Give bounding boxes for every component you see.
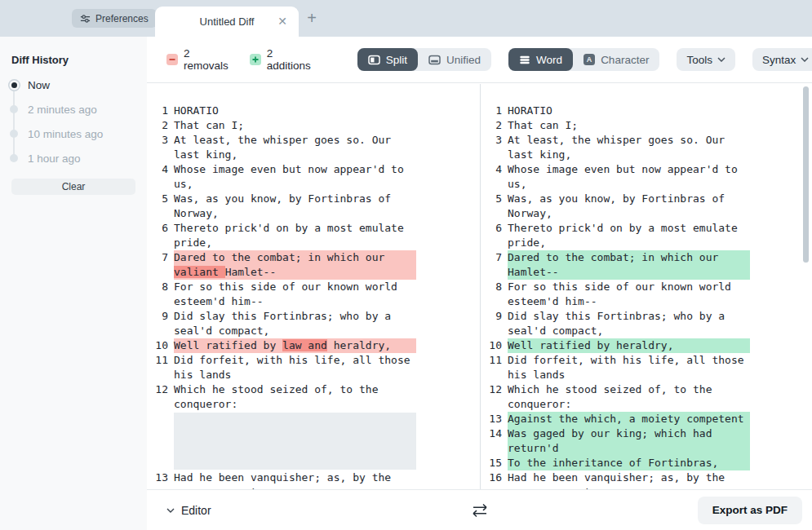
line-text: Whose image even but now appear'd to us, — [174, 162, 416, 192]
line-number: 13 — [481, 412, 508, 426]
export-pdf-button[interactable]: Export as PDF — [698, 497, 802, 524]
diff-line: 6Thereto prick'd on by a most emulate pr… — [147, 221, 480, 250]
diff-line: 7Dared to the combat; in which our valia… — [147, 250, 480, 280]
tab-title: Untitled Diff — [200, 15, 255, 28]
top-bar: Preferences Untitled Diff ✕ + — [0, 0, 812, 37]
character-diff-icon: A — [583, 54, 595, 65]
line-text: Did slay this Fortinbras; who by a seal'… — [174, 309, 416, 338]
preferences-button[interactable]: Preferences — [72, 9, 157, 28]
line-number: 11 — [481, 353, 508, 368]
diff-line: 5Was, as you know, by Fortinbras of Norw… — [147, 192, 480, 221]
removals-stat: 2 removals — [166, 47, 229, 72]
line-number: 1 — [481, 104, 508, 118]
line-number: 3 — [481, 133, 508, 148]
diff-line: 2That can I; — [481, 118, 812, 133]
line-number: 14 — [481, 426, 508, 441]
timeline-dot — [10, 154, 18, 162]
diff-line: 9Did slay this Fortinbras; who by a seal… — [147, 309, 480, 338]
swap-arrows-icon — [468, 503, 492, 518]
preferences-label: Preferences — [95, 13, 149, 24]
diff-line: 10Well ratified by law and heraldry, — [147, 338, 480, 353]
line-text: At least, the whisper goes so. Our last … — [508, 133, 750, 162]
line-number: 4 — [481, 162, 508, 177]
line-text: Which he stood seized of, to the conquer… — [174, 382, 416, 412]
line-number: 13 — [147, 470, 174, 485]
svg-text:A: A — [587, 55, 592, 64]
diff-pane-left[interactable]: 1HORATIO2That can I;3At least, the whisp… — [147, 84, 481, 489]
line-number: 6 — [481, 221, 508, 236]
diff-line: 4Whose image even but now appear'd to us… — [481, 162, 812, 192]
swap-sides-button[interactable] — [468, 503, 492, 518]
editor-toggle-button[interactable]: Editor — [166, 504, 211, 517]
line-text — [174, 412, 416, 470]
line-number: 10 — [147, 338, 174, 353]
line-number: 2 — [147, 118, 174, 133]
diff-toolbar: 2 removals 2 additions Split Unified — [147, 37, 812, 83]
history-item-label: Now — [28, 79, 50, 91]
line-text: Well ratified by law and heraldry, — [174, 338, 416, 353]
close-tab-icon[interactable]: ✕ — [275, 14, 290, 29]
diff-view: 1HORATIO2That can I;3At least, the whisp… — [147, 84, 812, 489]
line-text: Did forfeit, with his life, all those hi… — [174, 353, 416, 382]
view-mode-toggle: Split Unified — [357, 48, 491, 71]
syntax-dropdown[interactable]: Syntax — [752, 48, 812, 71]
history-item-label: 1 hour ago — [28, 152, 81, 165]
history-item-label: 10 minutes ago — [28, 128, 103, 140]
diff-line: 1HORATIO — [481, 104, 812, 118]
line-text: Dared to the combat; in which our valian… — [174, 250, 416, 280]
history-item[interactable]: Now — [0, 73, 147, 97]
diff-granularity-toggle: Word A Character — [508, 48, 659, 71]
chevron-down-icon — [717, 57, 725, 62]
line-number: 12 — [147, 382, 174, 397]
tab-untitled-diff[interactable]: Untitled Diff ✕ — [155, 7, 299, 37]
split-view-button[interactable]: Split — [357, 48, 418, 71]
line-text: HORATIO — [174, 104, 416, 118]
diff-history-title: Diff History — [0, 37, 147, 66]
clear-history-button[interactable]: Clear — [11, 179, 135, 195]
line-text: Had he been vanquisher; as, by the same … — [174, 470, 416, 489]
line-text: Whose image even but now appear'd to us, — [508, 162, 750, 192]
removal-icon — [166, 54, 178, 65]
removals-label: 2 removals — [184, 47, 229, 72]
line-text: Against the which, a moiety competent — [508, 412, 750, 426]
line-text: That can I; — [508, 118, 750, 133]
line-text: Was gaged by our king; which had return'… — [508, 426, 750, 456]
line-text: HORATIO — [508, 104, 750, 118]
line-number: 8 — [481, 280, 508, 294]
scrollbar-thumb[interactable] — [803, 86, 809, 263]
diff-line: 7Dared to the combat; in which our Hamle… — [481, 250, 812, 280]
unified-view-icon — [428, 55, 441, 65]
split-view-icon — [368, 55, 380, 65]
line-text: Well ratified by heraldry, — [508, 338, 750, 353]
line-text: For so this side of our known world este… — [174, 280, 416, 309]
chevron-down-icon — [801, 57, 809, 62]
line-number: 3 — [147, 133, 174, 148]
line-text: Had he been vanquisher; as, by the same … — [508, 470, 750, 489]
line-number: 8 — [147, 280, 174, 294]
word-diff-highlight: valiant — [174, 266, 225, 278]
word-diff-button[interactable]: Word — [508, 48, 573, 71]
timeline-dot — [10, 130, 18, 138]
diff-line: 12Which he stood seized of, to the conqu… — [481, 382, 812, 412]
diff-line: 2That can I; — [147, 118, 480, 133]
diff-placeholder-line — [147, 412, 480, 470]
word-diff-icon — [519, 55, 530, 65]
history-item[interactable]: 1 hour ago — [0, 146, 147, 170]
line-number: 15 — [481, 456, 508, 470]
diff-line: 3At least, the whisper goes so. Our last… — [147, 133, 480, 162]
diff-pane-right[interactable]: 1HORATIO2That can I;3At least, the whisp… — [481, 84, 812, 489]
new-tab-button[interactable]: + — [302, 8, 322, 28]
unified-view-button[interactable]: Unified — [418, 48, 491, 71]
diff-line: 11Did forfeit, with his life, all those … — [481, 353, 812, 382]
tools-dropdown[interactable]: Tools — [677, 48, 735, 71]
diff-line: 1HORATIO — [147, 104, 480, 118]
additions-label: 2 additions — [267, 47, 311, 72]
line-text: To the inheritance of Fortinbras, — [508, 456, 750, 470]
diff-line: 12Which he stood seized of, to the conqu… — [147, 382, 480, 412]
bottom-bar: Editor Export as PDF — [147, 489, 812, 530]
word-diff-highlight: law and — [282, 339, 327, 351]
line-text: Which he stood seized of, to the conquer… — [508, 382, 750, 412]
history-item[interactable]: 2 minutes ago — [0, 97, 147, 121]
character-diff-button[interactable]: A Character — [573, 48, 659, 71]
history-item[interactable]: 10 minutes ago — [0, 121, 147, 146]
